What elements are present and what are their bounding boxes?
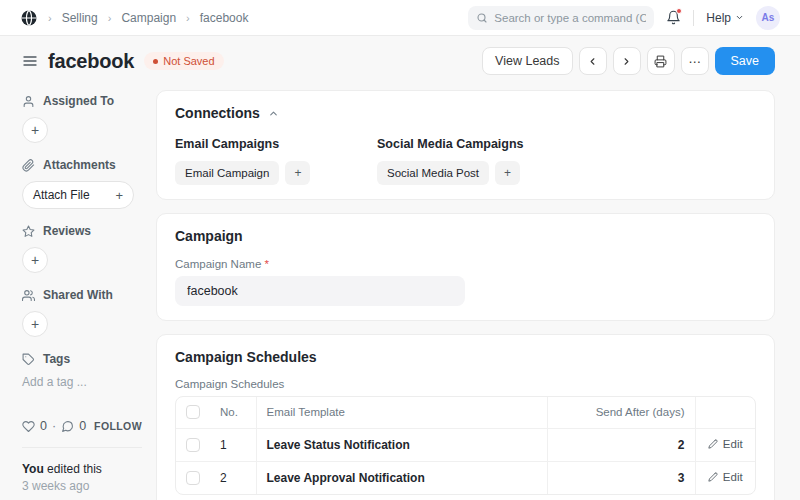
edit-label: Edit — [723, 471, 743, 483]
pencil-icon — [708, 472, 718, 482]
social-media-campaigns-label: Social Media Campaigns — [377, 137, 579, 151]
connections-card: Connections Email Campaigns Email Campai… — [156, 90, 775, 200]
page-head: facebook Not Saved View Leads ⋯ Save — [0, 36, 800, 84]
email-campaigns-group: Email Campaigns Email Campaign + — [175, 137, 377, 185]
activity-edited: You edited this 3 weeks ago — [22, 461, 142, 495]
notification-dot — [676, 8, 682, 14]
plus-icon: + — [31, 316, 39, 332]
schedules-field-label: Campaign Schedules — [175, 378, 756, 390]
edit-row-button[interactable]: Edit — [708, 471, 743, 483]
reviews-label: Reviews — [43, 224, 91, 238]
status-dot — [153, 59, 158, 64]
status-badge: Not Saved — [144, 52, 223, 70]
activity-action: edited this — [44, 462, 102, 476]
prev-doc-button[interactable] — [579, 47, 607, 75]
tags-label: Tags — [43, 352, 70, 366]
dot-separator: · — [52, 419, 56, 433]
likes-count: 0 — [40, 419, 47, 433]
view-leads-button[interactable]: View Leads — [482, 47, 572, 75]
add-tag-input[interactable]: Add a tag ... — [22, 375, 142, 389]
attach-file-label: Attach File — [33, 188, 90, 202]
divider — [693, 10, 694, 26]
menu-icon[interactable] — [22, 53, 38, 69]
campaign-name-input[interactable] — [175, 276, 465, 306]
activity-who: You — [22, 462, 44, 476]
breadcrumb-separator: › — [184, 12, 192, 24]
add-share-button[interactable]: + — [22, 311, 48, 337]
save-button[interactable]: Save — [715, 47, 776, 75]
email-campaigns-label: Email Campaigns — [175, 137, 377, 151]
plus-icon: + — [31, 122, 39, 138]
chevron-right-icon — [621, 56, 632, 67]
select-all-checkbox[interactable] — [186, 405, 200, 419]
sidebar: Assigned To + Attachments Attach File + — [22, 90, 142, 500]
main-content: Connections Email Campaigns Email Campai… — [156, 90, 775, 500]
row-checkbox[interactable] — [186, 438, 200, 452]
row-checkbox[interactable] — [186, 471, 200, 485]
plus-icon: + — [115, 188, 123, 203]
row-number: 2 — [210, 461, 256, 494]
table-header-row: No. Email Template Send After (days) — [176, 397, 755, 428]
email-template-cell[interactable]: Leave Approval Notification — [256, 461, 547, 494]
printer-icon — [654, 55, 667, 68]
social-row: 0 · 0 FOLLOW — [22, 419, 142, 433]
avatar[interactable]: As — [756, 6, 780, 30]
col-header-edit — [695, 397, 755, 428]
send-after-cell[interactable]: 2 — [547, 428, 695, 461]
breadcrumb-separator: › — [106, 12, 114, 24]
edit-label: Edit — [723, 438, 743, 450]
chevron-left-icon — [587, 56, 598, 67]
chevron-up-icon[interactable] — [268, 108, 279, 119]
search-input[interactable] — [494, 12, 646, 24]
required-marker: * — [265, 258, 269, 270]
comments-count: 0 — [79, 419, 86, 433]
email-campaign-link[interactable]: Email Campaign — [175, 161, 279, 185]
attach-file-button[interactable]: Attach File + — [22, 181, 134, 209]
campaign-name-label: Campaign Name — [175, 258, 261, 270]
comment-icon[interactable] — [61, 420, 74, 433]
star-icon — [22, 225, 35, 238]
status-label: Not Saved — [163, 55, 214, 67]
help-label: Help — [706, 11, 731, 25]
divider — [22, 447, 142, 448]
next-doc-button[interactable] — [613, 47, 641, 75]
attachments-label: Attachments — [43, 158, 116, 172]
print-button[interactable] — [647, 47, 675, 75]
breadcrumb-campaign[interactable]: Campaign — [121, 11, 176, 25]
notifications-bell-icon[interactable] — [666, 10, 681, 25]
col-header-send-after: Send After (days) — [547, 397, 695, 428]
add-assignment-button[interactable]: + — [22, 117, 48, 143]
users-icon — [22, 289, 35, 302]
connections-title: Connections — [175, 105, 260, 121]
email-template-cell[interactable]: Leave Status Notification — [256, 428, 547, 461]
app-logo-icon[interactable] — [20, 9, 38, 27]
global-search[interactable] — [468, 6, 654, 30]
table-row: 2 Leave Approval Notification 3 Edit — [176, 461, 755, 494]
breadcrumb-selling[interactable]: Selling — [62, 11, 98, 25]
breadcrumb-facebook[interactable]: facebook — [200, 11, 249, 25]
schedules-title: Campaign Schedules — [175, 349, 317, 365]
more-menu-button[interactable]: ⋯ — [681, 47, 709, 75]
avatar-initials: As — [762, 12, 775, 23]
edit-row-button[interactable]: Edit — [708, 438, 743, 450]
table-row: 1 Leave Status Notification 2 Edit — [176, 428, 755, 461]
page-title: facebook — [48, 50, 134, 73]
add-review-button[interactable]: + — [22, 247, 48, 273]
assigned-to-label: Assigned To — [43, 94, 114, 108]
add-social-media-post-button[interactable]: + — [495, 161, 520, 185]
breadcrumb: › Selling › Campaign › facebook — [20, 9, 248, 27]
add-email-campaign-button[interactable]: + — [285, 161, 310, 185]
plus-icon: + — [31, 252, 39, 268]
chevron-down-icon — [735, 13, 744, 22]
follow-button[interactable]: FOLLOW — [94, 420, 142, 432]
pencil-icon — [708, 439, 718, 449]
social-media-campaigns-group: Social Media Campaigns Social Media Post… — [377, 137, 579, 185]
send-after-cell[interactable]: 3 — [547, 461, 695, 494]
heart-icon[interactable] — [22, 420, 35, 433]
user-icon — [22, 95, 35, 108]
social-media-post-link[interactable]: Social Media Post — [377, 161, 489, 185]
schedules-table: No. Email Template Send After (days) 1 L… — [175, 396, 756, 495]
col-header-email-template: Email Template — [256, 397, 547, 428]
help-menu[interactable]: Help — [706, 11, 744, 25]
navbar: › Selling › Campaign › facebook Help As — [0, 0, 800, 36]
